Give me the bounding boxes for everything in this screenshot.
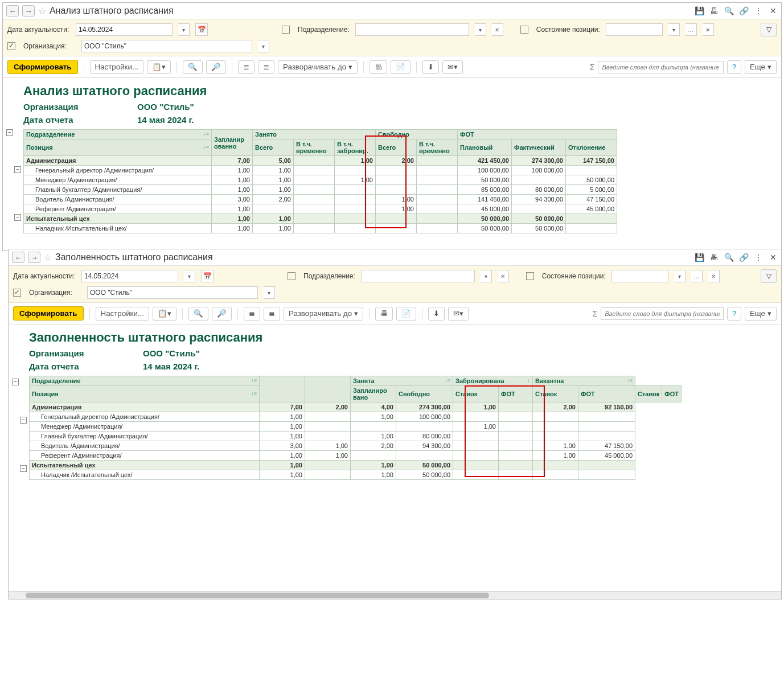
table-row[interactable]: Референт /Администрация/1,001,0045 000,0…: [24, 204, 617, 214]
filter-org-input[interactable]: ООО "Стиль": [81, 40, 252, 52]
close-icon[interactable]: ✕: [769, 6, 778, 15]
table-row[interactable]: Администрация7,005,001,002,00421 450,002…: [24, 156, 617, 166]
settings-button[interactable]: Настройки...: [96, 307, 149, 321]
table-row[interactable]: Главный бухгалтер /Администрация/1,001,0…: [24, 185, 617, 195]
table-row[interactable]: Водитель /Администрация/3,001,002,0094 3…: [30, 441, 682, 451]
filter-date-input[interactable]: 14.05.2024: [81, 270, 178, 282]
collapse-icon[interactable]: ≣: [264, 307, 280, 321]
clear-icon[interactable]: ✕: [703, 23, 714, 36]
unit-checkbox[interactable]: [288, 272, 295, 280]
copy-settings-icon[interactable]: 📋▾: [147, 60, 171, 74]
nav-forward-button[interactable]: →: [28, 252, 40, 263]
calendar-button[interactable]: 📅: [195, 23, 208, 36]
table-row[interactable]: Испытательный цех1,001,0050 000,0050 000…: [24, 214, 617, 224]
table-row[interactable]: Главный бухгалтер /Администрация/1,001,0…: [30, 432, 682, 441]
preview-icon[interactable]: 🔍: [724, 6, 733, 15]
save-button[interactable]: ⬇: [422, 60, 439, 74]
table-row[interactable]: Менеджер /Администрация/1,001,00: [30, 422, 682, 432]
filter-search[interactable]: [598, 61, 724, 73]
print-button[interactable]: 🖶: [375, 307, 393, 321]
table-row[interactable]: Генеральный директор /Администрация/1,00…: [30, 412, 682, 422]
email-button[interactable]: ✉▾: [448, 307, 469, 321]
find-next-icon[interactable]: 🔎: [212, 307, 232, 321]
sigma-icon[interactable]: Σ: [593, 309, 598, 318]
settings-button[interactable]: Настройки...: [90, 60, 143, 74]
kebab-icon[interactable]: ⋮: [754, 6, 763, 15]
nav-back-button[interactable]: ←: [6, 5, 19, 17]
kebab-icon[interactable]: ⋮: [754, 253, 763, 262]
tree-toggle[interactable]: −: [14, 166, 21, 173]
date-dropdown-icon[interactable]: ▾: [178, 23, 190, 36]
tree-toggle[interactable]: −: [20, 465, 27, 472]
save-icon[interactable]: 💾: [695, 253, 704, 262]
calendar-button[interactable]: 📅: [201, 270, 214, 282]
clear-icon[interactable]: ✕: [708, 270, 720, 282]
table-row[interactable]: Испытательный цех1,001,0050 000,00: [30, 461, 682, 470]
table-row[interactable]: Генеральный директор /Администрация/1,00…: [24, 166, 617, 175]
funnel-button[interactable]: ▽: [761, 23, 777, 36]
star-icon[interactable]: ☆: [44, 252, 52, 263]
link-icon[interactable]: 🔗: [739, 6, 748, 15]
filter-state-input[interactable]: [611, 270, 668, 282]
preview-icon[interactable]: 🔍: [724, 253, 733, 262]
save-button[interactable]: ⬇: [428, 307, 445, 321]
help-icon[interactable]: ?: [727, 307, 741, 321]
expand-level-button[interactable]: Разворачивать до ▾: [284, 307, 363, 321]
filter-org-label: Организация:: [29, 289, 81, 297]
tree-toggle[interactable]: −: [6, 129, 13, 136]
print-icon[interactable]: 🖶: [709, 6, 719, 15]
nav-forward-button[interactable]: →: [22, 5, 35, 17]
tree-toggle[interactable]: −: [14, 214, 21, 221]
sigma-icon[interactable]: Σ: [590, 63, 595, 72]
clear-icon[interactable]: ✕: [492, 23, 503, 36]
star-icon[interactable]: ☆: [38, 6, 46, 17]
filter-unit-input[interactable]: [355, 23, 469, 36]
email-button[interactable]: ✉▾: [442, 60, 463, 74]
filter-search[interactable]: [601, 307, 724, 320]
print-preview-button[interactable]: 📄: [391, 60, 411, 74]
filter-unit-label: Подразделение:: [303, 272, 355, 280]
save-icon[interactable]: 💾: [695, 6, 704, 15]
print-preview-button[interactable]: 📄: [396, 307, 416, 321]
tree-toggle[interactable]: −: [20, 417, 27, 424]
clear-icon[interactable]: ✕: [498, 270, 509, 282]
generate-button[interactable]: Сформировать: [13, 306, 84, 321]
find-next-icon[interactable]: 🔎: [206, 60, 226, 74]
filter-state-input[interactable]: [606, 23, 663, 36]
horizontal-scrollbar[interactable]: [9, 591, 781, 599]
state-checkbox[interactable]: [520, 26, 528, 34]
print-button[interactable]: 🖶: [370, 60, 387, 74]
expand-level-button[interactable]: Разворачивать до ▾: [278, 60, 358, 74]
table-row[interactable]: Менеджер /Администрация/1,001,001,0050 0…: [24, 175, 617, 185]
state-checkbox[interactable]: [526, 272, 534, 280]
table-row[interactable]: Наладчик /Испытательный цех/1,001,0050 0…: [24, 224, 617, 233]
table-row[interactable]: Референт /Администрация/1,001,001,0045 0…: [30, 451, 682, 461]
filter-date-input[interactable]: 14.05.2024: [76, 23, 173, 36]
window-analysis: ← → ☆ Анализ штатного расписания 💾 🖶 🔍 🔗…: [2, 2, 782, 251]
link-icon[interactable]: 🔗: [739, 253, 748, 262]
print-icon[interactable]: 🖶: [709, 253, 719, 262]
more-button[interactable]: Еще ▾: [745, 60, 777, 74]
tree-toggle[interactable]: −: [12, 379, 19, 385]
help-icon[interactable]: ?: [727, 60, 741, 74]
funnel-button[interactable]: ▽: [761, 269, 777, 283]
close-icon[interactable]: ✕: [769, 253, 778, 262]
collapse-icon[interactable]: ≣: [258, 60, 274, 74]
copy-settings-icon[interactable]: 📋▾: [153, 307, 176, 321]
expand-icon[interactable]: ≣: [244, 307, 260, 321]
filter-org-input[interactable]: ООО "Стиль": [87, 286, 258, 299]
table-row[interactable]: Администрация7,002,004,00274 300,001,002…: [30, 402, 682, 412]
org-checkbox[interactable]: [13, 289, 21, 297]
unit-checkbox[interactable]: [282, 26, 290, 34]
nav-back-button[interactable]: ←: [12, 252, 24, 263]
table-row[interactable]: Наладчик /Испытательный цех/1,001,0050 0…: [30, 470, 682, 480]
more-button[interactable]: Еще ▾: [745, 307, 777, 321]
table-row[interactable]: Водитель /Администрация/3,002,001,00141 …: [24, 195, 617, 204]
expand-icon[interactable]: ≣: [238, 60, 255, 74]
org-checkbox[interactable]: [7, 42, 15, 50]
find-icon[interactable]: 🔍: [183, 60, 203, 74]
toolbar: Сформировать Настройки... 📋▾ 🔍 🔎 ≣ ≣ Раз…: [3, 56, 781, 78]
find-icon[interactable]: 🔍: [188, 307, 208, 321]
generate-button[interactable]: Сформировать: [7, 60, 78, 74]
filter-unit-input[interactable]: [361, 270, 475, 282]
